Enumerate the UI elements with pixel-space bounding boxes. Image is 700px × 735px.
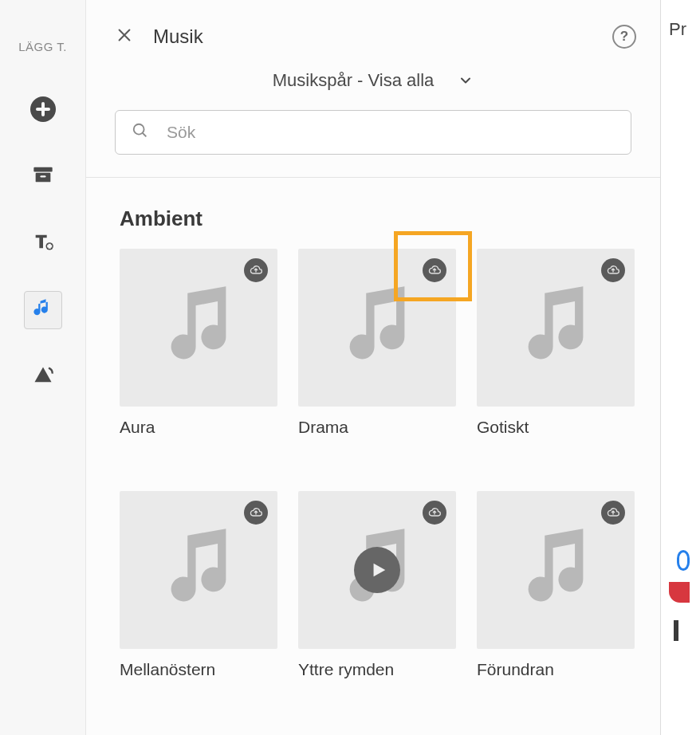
- track-thumbnail[interactable]: [477, 249, 635, 407]
- track-thumbnail[interactable]: [120, 491, 277, 649]
- help-button[interactable]: ?: [612, 25, 636, 49]
- text-tool-icon: [32, 230, 54, 256]
- add-media-button[interactable]: [24, 90, 62, 128]
- chevron-down-icon: [458, 73, 474, 88]
- track-thumbnail[interactable]: [477, 491, 635, 649]
- filter-label: Musikspår - Visa alla: [273, 70, 435, 91]
- close-button[interactable]: [110, 22, 139, 51]
- left-toolbar-title: LÄGG T.: [18, 40, 67, 53]
- track-label: Förundran: [477, 660, 635, 679]
- track-tile[interactable]: Drama: [298, 249, 456, 437]
- track-thumbnail[interactable]: [120, 249, 277, 407]
- music-note-icon: [512, 525, 600, 615]
- transform-button[interactable]: [24, 358, 62, 396]
- music-panel: Musik ? Musikspår - Visa alla Ambient Au…: [86, 0, 660, 735]
- red-marker-icon: [669, 582, 690, 603]
- shape-rotate-icon: [32, 364, 54, 390]
- cloud-download-button[interactable]: [601, 258, 625, 282]
- track-thumbnail[interactable]: [298, 249, 456, 407]
- search-input[interactable]: [167, 123, 615, 142]
- right-panel: Pr: [660, 0, 700, 735]
- music-button[interactable]: [24, 291, 62, 329]
- music-note-icon: [333, 282, 421, 373]
- right-panel-label: Pr: [669, 19, 700, 40]
- cloud-download-button[interactable]: [423, 258, 446, 282]
- cursor-bar-icon: [674, 620, 678, 641]
- archive-icon: [32, 163, 54, 189]
- track-tile[interactable]: Yttre rymden: [298, 491, 456, 679]
- play-button[interactable]: [354, 547, 400, 593]
- cloud-download-button[interactable]: [244, 258, 268, 282]
- track-thumbnail[interactable]: [298, 491, 456, 649]
- text-tool-button[interactable]: [24, 224, 62, 262]
- track-grid: AuraDramaGotisktMellanösternYttre rymden…: [120, 249, 651, 679]
- music-note-icon: [155, 282, 242, 373]
- category-title: Ambient: [120, 206, 651, 231]
- search-icon: [132, 122, 149, 143]
- archive-button[interactable]: [24, 157, 62, 195]
- track-label: Mellanöstern: [120, 660, 277, 679]
- left-toolbar: LÄGG T.: [0, 0, 86, 735]
- blue-marker-icon: [677, 550, 690, 571]
- track-label: Drama: [298, 418, 456, 437]
- track-label: Yttre rymden: [298, 660, 456, 679]
- track-tile[interactable]: Aura: [120, 249, 277, 437]
- track-label: Aura: [120, 418, 277, 437]
- filter-dropdown[interactable]: Musikspår - Visa alla: [86, 70, 660, 91]
- music-note-icon: [32, 297, 54, 323]
- track-tile[interactable]: Gotiskt: [477, 249, 635, 437]
- search-field[interactable]: [115, 110, 631, 155]
- music-note-icon: [512, 282, 600, 373]
- cloud-download-button[interactable]: [244, 501, 268, 525]
- track-tile[interactable]: Förundran: [477, 491, 635, 679]
- track-tile[interactable]: Mellanöstern: [120, 491, 277, 679]
- plus-circle-icon: [30, 96, 56, 122]
- panel-title: Musik: [153, 26, 203, 48]
- close-icon: [116, 26, 133, 47]
- cloud-download-button[interactable]: [423, 501, 446, 525]
- panel-header: Musik ?: [86, 0, 660, 64]
- track-label: Gotiskt: [477, 418, 635, 437]
- help-icon: ?: [620, 29, 628, 45]
- track-scroll-area[interactable]: Ambient AuraDramaGotisktMellanösternYttr…: [86, 178, 660, 735]
- cloud-download-button[interactable]: [601, 501, 625, 525]
- svg-point-6: [134, 124, 144, 135]
- music-note-icon: [155, 525, 242, 615]
